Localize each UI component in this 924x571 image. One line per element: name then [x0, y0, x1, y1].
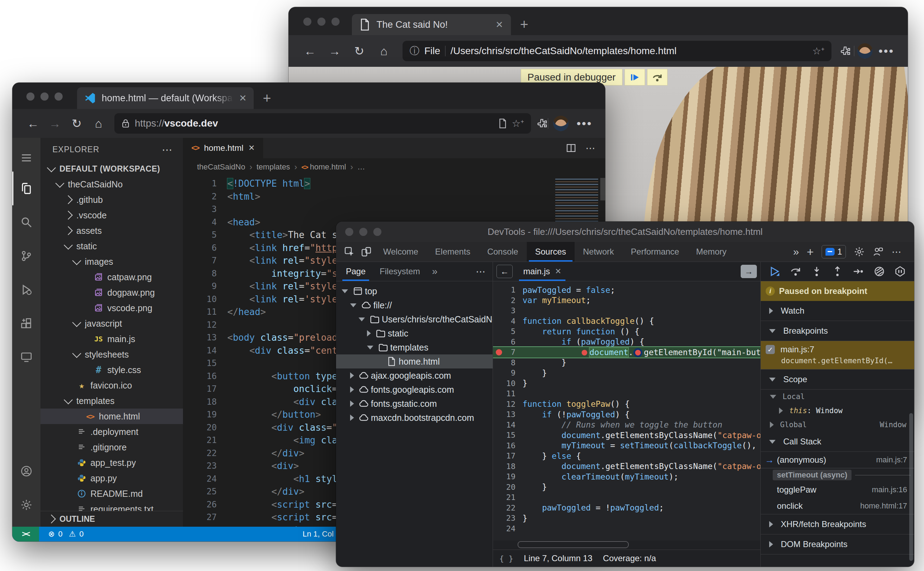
step-into-icon[interactable]	[811, 265, 823, 278]
code-line[interactable]: 14 // Runs when we toggle the button	[493, 420, 760, 431]
call-stack-frame[interactable]: onclickhome.html:17	[761, 498, 914, 514]
code-line[interactable]: 2var myTimeout;	[493, 295, 760, 306]
extensions-puzzle-icon[interactable]	[536, 117, 548, 130]
code-line[interactable]: 23}	[493, 513, 760, 523]
code-line[interactable]: 7 document.getElementById("main-button")	[493, 347, 760, 358]
line-number[interactable]: 25	[183, 487, 227, 497]
editor-tab-home-html[interactable]: <> home.html ✕	[183, 138, 263, 158]
resume-script-icon[interactable]	[769, 265, 781, 278]
line-number[interactable]: 21	[493, 493, 523, 502]
line-number[interactable]: 8	[183, 269, 227, 278]
close-editor-icon[interactable]: ✕	[248, 144, 255, 153]
line-number[interactable]: 3	[183, 204, 227, 214]
home-icon[interactable]: ⌂	[88, 117, 110, 130]
bookmark-star-icon[interactable]: ☆+	[512, 118, 524, 130]
explorer-item-dogpaw.png[interactable]: dogpaw.png	[40, 285, 183, 300]
home-icon[interactable]: ⌂	[373, 44, 395, 58]
line-number[interactable]: 22	[183, 448, 227, 458]
explorer-item-home.html[interactable]: <>home.html	[40, 409, 183, 424]
line-number[interactable]: 26	[183, 500, 227, 509]
pretty-print-icon[interactable]: { }	[499, 554, 513, 563]
explorer-item-style.css[interactable]: #style.css	[40, 362, 183, 378]
explorer-item-main.js[interactable]: JSmain.js	[40, 331, 183, 347]
explorer-more-actions-icon[interactable]: ⋯	[162, 144, 173, 156]
code-line[interactable]: 16 myTimeout = setTimeout(callbackToggle…	[493, 441, 760, 451]
resource-item-fonts.googleapis.com[interactable]: fonts.googleapis.com	[336, 383, 493, 397]
line-number[interactable]: 16	[183, 371, 227, 381]
devtools-tab-network[interactable]: Network	[574, 242, 622, 262]
forward-icon[interactable]: →	[44, 117, 66, 130]
step-over-button[interactable]	[647, 69, 667, 85]
line-number[interactable]: 11	[493, 389, 523, 398]
line-number[interactable]: 22	[493, 503, 523, 512]
resource-item-maxcdn.bootstrapcdn.com[interactable]: maxcdn.bootstrapcdn.com	[336, 411, 493, 425]
line-number[interactable]: 5	[493, 327, 523, 336]
editor-tab-main-js[interactable]: main.js ✕	[516, 262, 568, 281]
info-icon[interactable]: ⓘ	[410, 44, 419, 58]
code-line[interactable]: 15 document.getElementsByClassName("catp…	[493, 430, 760, 441]
explorer-item-app.py[interactable]: app.py	[40, 471, 183, 486]
minimap[interactable]	[555, 179, 598, 228]
explorer-item-.gitignore[interactable]: .gitignore	[40, 440, 183, 455]
horizontal-scrollbar[interactable]	[518, 541, 629, 548]
line-number[interactable]: 17	[493, 451, 523, 460]
breadcrumb-item[interactable]: theCatSaidNo	[197, 162, 245, 171]
line-number[interactable]: 12	[493, 400, 523, 409]
line-number[interactable]: 24	[493, 524, 523, 533]
navigator-more-icon[interactable]: ⋯	[476, 266, 486, 278]
devtools-tab-performance[interactable]: Performance	[622, 242, 687, 262]
line-number[interactable]: 14	[183, 346, 227, 355]
xhr-breakpoints-section-header[interactable]: XHR/fetch Breakpoints	[761, 514, 914, 534]
code-line[interactable]: 3	[493, 306, 760, 316]
resource-item-static[interactable]: static	[336, 326, 493, 340]
call-stack-section-header[interactable]: Call Stack	[761, 432, 914, 452]
problems-status[interactable]: ⊗0 ⚠0	[48, 529, 84, 539]
url-host[interactable]: vscode.dev	[164, 118, 218, 129]
code-line[interactable]: 11	[493, 389, 760, 399]
forward-icon[interactable]: →	[324, 44, 345, 58]
breadcrumb-item[interactable]: <> home.html	[301, 162, 346, 171]
line-number[interactable]: 7	[493, 348, 523, 356]
reload-icon[interactable]: ↻	[66, 116, 88, 130]
call-stack-frame[interactable]: →(anonymous)main.js:7	[761, 452, 914, 468]
watch-section-header[interactable]: Watch	[761, 301, 914, 321]
resource-item-templates[interactable]: templates	[336, 340, 493, 354]
breadcrumb-item[interactable]: …	[357, 162, 365, 171]
line-number[interactable]: 20	[493, 483, 523, 492]
profile-avatar[interactable]	[553, 116, 569, 131]
extensions-icon[interactable]	[12, 307, 40, 340]
line-number[interactable]: 21	[183, 435, 227, 445]
new-tab-button[interactable]: +	[263, 90, 271, 106]
line-number[interactable]: 9	[493, 369, 523, 377]
close-tab-icon[interactable]: ✕	[239, 93, 247, 104]
address-bar[interactable]: ⓘ File /Users/chris/src/theCatSaidNo/tem…	[402, 41, 831, 61]
scope-local-row[interactable]: Local	[761, 390, 914, 404]
reload-icon[interactable]: ↻	[348, 44, 370, 58]
source-control-icon[interactable]	[12, 239, 40, 273]
editor-more-actions-icon[interactable]: ⋯	[585, 142, 596, 154]
code-line[interactable]: 9 }	[493, 368, 760, 378]
devtools-tab-console[interactable]: Console	[479, 242, 527, 262]
line-number[interactable]: 10	[183, 294, 227, 304]
step-icon[interactable]	[852, 265, 864, 278]
code-line[interactable]: 1<!DOCTYPE html>	[183, 177, 605, 190]
explorer-item-theCatSaidNo[interactable]: theCatSaidNo	[40, 176, 183, 192]
explorer-item-DEFAULT (WORKSPACE)[interactable]: DEFAULT (WORKSPACE)	[40, 161, 183, 176]
resource-item-top[interactable]: top	[336, 284, 493, 298]
line-number[interactable]: 14	[493, 421, 523, 429]
navigator-more-tabs-chevrons[interactable]: »	[427, 266, 443, 277]
cursor-position[interactable]: Ln 1, Col 1	[303, 529, 340, 539]
line-number[interactable]: 6	[493, 338, 523, 346]
resource-item-fonts.gstatic.com[interactable]: fonts.gstatic.com	[336, 397, 493, 411]
resource-item-ajax.googleapis.com[interactable]: ajax.googleapis.com	[336, 369, 493, 383]
line-number[interactable]: 19	[183, 410, 227, 420]
devtools-tab-elements[interactable]: Elements	[427, 242, 479, 262]
line-number[interactable]: 20	[183, 423, 227, 432]
account-icon[interactable]	[12, 454, 40, 488]
line-number[interactable]: 2	[493, 296, 523, 305]
line-number[interactable]: 15	[493, 431, 523, 440]
code-line[interactable]: 6 if (pawToggled) {	[493, 337, 760, 347]
breadcrumb-item[interactable]: templates	[257, 162, 290, 171]
line-number[interactable]: 11	[183, 307, 227, 317]
line-number[interactable]: 4	[493, 317, 523, 326]
